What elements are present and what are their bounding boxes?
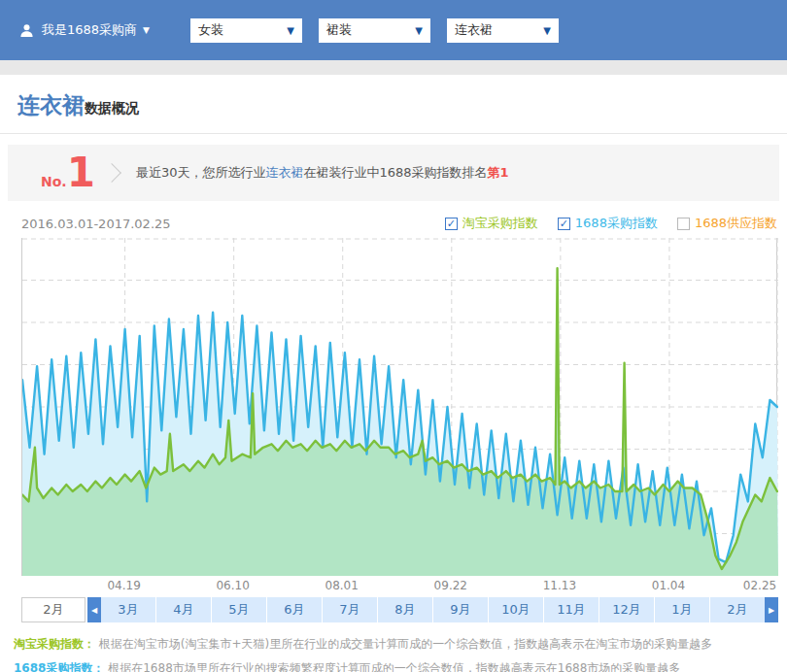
- category-dropdown-2-value: 裙装: [326, 21, 352, 39]
- checkbox-checked-icon[interactable]: ✓: [445, 218, 458, 230]
- legend-label: 1688供应指数: [695, 215, 777, 232]
- checkbox-unchecked-icon[interactable]: [677, 218, 690, 230]
- topbar: 我是1688采购商 ▼ 女装 ▼ 裙装 ▼ 连衣裙 ▼: [0, 0, 787, 60]
- x-tick-label: 11.13: [543, 579, 576, 592]
- x-tick-label: 04.19: [107, 579, 140, 592]
- x-tick-label: 08.01: [325, 579, 359, 592]
- x-tick-label: 02.25: [743, 579, 776, 592]
- chart-header: 2016.03.01-2017.02.25 ✓ 淘宝采购指数 ✓ 1688采购指…: [21, 215, 777, 232]
- footnote-desc: 根据在淘宝市场(淘宝集市+天猫)里所在行业的成交量计算而成的一个综合数值，指数越…: [99, 637, 712, 651]
- legend-label: 1688采购指数: [575, 215, 658, 232]
- rank-no1-badge: No. 1: [41, 152, 95, 193]
- chevron-down-icon: ▼: [287, 25, 294, 36]
- legend-label: 淘宝采购指数: [462, 215, 538, 232]
- index-trend-chart[interactable]: [21, 238, 777, 576]
- rank-text-before: 最近30天，您所选行业: [136, 165, 266, 180]
- date-range-label: 2016.03.01-2017.02.25: [21, 217, 171, 231]
- footnote-term: 1688采购指数：: [14, 661, 104, 672]
- rank-no-prefix: No.: [41, 174, 67, 189]
- month-tab[interactable]: 7月: [323, 597, 377, 622]
- category-dropdown-3-value: 连衣裙: [455, 21, 493, 39]
- user-icon: [19, 23, 34, 38]
- chart-canvas: [22, 238, 778, 576]
- month-tab[interactable]: 4月: [156, 597, 211, 622]
- month-tab[interactable]: 12月: [599, 597, 654, 622]
- legend-item-1688-supply-index[interactable]: 1688供应指数: [677, 215, 777, 232]
- page-title: 连衣裙 数据概况: [0, 75, 787, 120]
- legend-item-taobao-index[interactable]: ✓ 淘宝采购指数: [445, 215, 538, 232]
- category-dropdown-3[interactable]: 连衣裙 ▼: [447, 18, 559, 43]
- category-dropdown-2[interactable]: 裙装 ▼: [319, 18, 430, 43]
- month-tab[interactable]: 11月: [544, 597, 599, 622]
- month-tab[interactable]: 6月: [267, 597, 322, 622]
- month-current-box[interactable]: 2月: [21, 597, 86, 622]
- page-title-suffix: 数据概况: [85, 100, 139, 118]
- category-dropdown-1[interactable]: 女装 ▼: [190, 18, 302, 43]
- footnote-taobao-index: 淘宝采购指数： 根据在淘宝市场(淘宝集市+天猫)里所在行业的成交量计算而成的一个…: [14, 632, 787, 656]
- chevron-down-icon: ▼: [543, 25, 551, 36]
- checkbox-checked-icon[interactable]: ✓: [558, 218, 570, 230]
- user-menu[interactable]: 我是1688采购商 ▼: [19, 21, 150, 39]
- title-divider: [0, 133, 787, 134]
- rank-number: 1: [67, 152, 95, 193]
- chevron-down-icon: ▼: [143, 25, 150, 35]
- rank-description: 最近30天，您所选行业连衣裙在裙装行业中1688采购指数排名第1: [136, 164, 509, 182]
- category-dropdown-1-value: 女装: [198, 21, 223, 39]
- chevron-right-icon: [102, 163, 121, 183]
- footnote-1688-index: 1688采购指数： 根据在1688市场里所在行业的搜索频繁程度计算而成的一个综合…: [14, 656, 787, 672]
- scroll-left-arrow-icon[interactable]: ◀: [87, 597, 101, 622]
- chevron-down-icon: ▼: [415, 25, 423, 36]
- month-tab[interactable]: 1月: [655, 597, 709, 622]
- header-gray-strip: [0, 60, 787, 75]
- rank-value: 第1: [488, 165, 509, 180]
- month-tab[interactable]: 8月: [378, 597, 432, 622]
- rank-banner: No. 1 最近30天，您所选行业连衣裙在裙装行业中1688采购指数排名第1: [8, 145, 779, 201]
- month-tabs: 3月4月5月6月7月8月9月10月11月12月1月2月: [101, 597, 765, 622]
- scroll-right-arrow-icon[interactable]: ▶: [765, 597, 778, 622]
- month-tab[interactable]: 10月: [489, 597, 543, 622]
- x-tick-label: 09.22: [434, 579, 467, 592]
- footnote-term: 淘宝采购指数：: [14, 637, 95, 651]
- x-axis-ticks: 04.1906.1008.0109.2211.1301.0402.25: [21, 576, 777, 595]
- chart-legend: ✓ 淘宝采购指数 ✓ 1688采购指数 1688供应指数: [445, 215, 777, 232]
- month-tab[interactable]: 9月: [433, 597, 488, 622]
- month-selector-bar: 2月 ◀ 3月4月5月6月7月8月9月10月11月12月1月2月 ▶: [21, 597, 778, 622]
- month-tab[interactable]: 3月: [101, 597, 155, 622]
- month-tab[interactable]: 5月: [212, 597, 266, 622]
- footnote-desc: 根据在1688市场里所在行业的搜索频繁程度计算而成的一个综合数值，指数越高表示在…: [108, 661, 680, 672]
- rank-text-middle: 在裙装行业中1688采购指数排名: [303, 165, 487, 180]
- x-tick-label: 06.10: [216, 579, 249, 592]
- index-footnotes: 淘宝采购指数： 根据在淘宝市场(淘宝集市+天猫)里所在行业的成交量计算而成的一个…: [14, 632, 787, 672]
- rank-keyword-link[interactable]: 连衣裙: [265, 165, 303, 180]
- page-title-keyword: 连衣裙: [17, 90, 85, 120]
- month-tab[interactable]: 2月: [710, 597, 765, 622]
- x-tick-label: 01.04: [652, 579, 685, 592]
- legend-item-1688-purchase-index[interactable]: ✓ 1688采购指数: [558, 215, 658, 232]
- user-label: 我是1688采购商: [42, 21, 137, 39]
